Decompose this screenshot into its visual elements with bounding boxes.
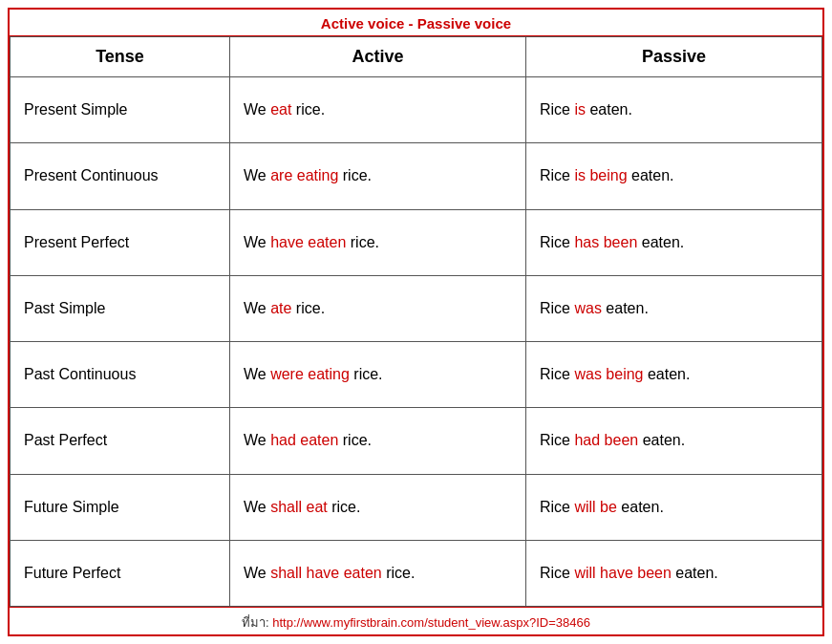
passive-prefix: Rice	[540, 101, 574, 118]
cell-active: We have eaten rice.	[230, 209, 526, 275]
cell-passive: Rice had been eaten.	[526, 408, 822, 474]
active-highlight: are eating	[270, 167, 338, 183]
passive-prefix: Rice	[540, 565, 574, 581]
table-row: Past ContinuousWe were eating rice.Rice …	[11, 342, 822, 408]
passive-prefix: Rice	[540, 234, 574, 250]
passive-highlight: will have been	[574, 565, 671, 581]
passive-highlight: is	[574, 101, 586, 118]
active-highlight: were eating	[270, 366, 350, 382]
cell-passive: Rice has been eaten.	[526, 209, 822, 275]
table-row: Future SimpleWe shall eat rice.Rice will…	[11, 474, 822, 540]
active-prefix: We	[244, 565, 270, 581]
cell-passive: Rice will be eaten.	[526, 474, 822, 540]
passive-highlight: is being	[574, 167, 627, 183]
cell-tense: Past Continuous	[11, 342, 230, 408]
header-passive: Passive	[526, 37, 822, 77]
active-highlight: ate	[270, 300, 291, 316]
passive-suffix: eaten.	[644, 366, 691, 382]
active-suffix: rice.	[338, 432, 372, 448]
active-highlight: shall eat	[270, 499, 328, 515]
cell-passive: Rice was eaten.	[526, 275, 822, 341]
cell-tense: Present Continuous	[11, 143, 230, 209]
table-row: Present ContinuousWe are eating rice.Ric…	[11, 143, 822, 209]
active-prefix: We	[244, 101, 270, 118]
passive-suffix: eaten.	[672, 565, 718, 581]
active-suffix: rice.	[291, 300, 325, 316]
cell-passive: Rice is eaten.	[526, 77, 822, 143]
passive-highlight: was being	[574, 366, 643, 382]
active-suffix: rice.	[382, 565, 416, 581]
grammar-table: Tense Active Passive Present SimpleWe ea…	[10, 36, 822, 607]
passive-suffix: eaten.	[602, 300, 649, 316]
passive-suffix: eaten.	[586, 101, 632, 118]
passive-highlight: was	[574, 300, 601, 316]
active-prefix: We	[244, 499, 270, 515]
header-active: Active	[230, 37, 526, 77]
table-row: Present PerfectWe have eaten rice.Rice h…	[11, 209, 822, 275]
cell-tense: Future Perfect	[11, 540, 230, 606]
cell-active: We were eating rice.	[230, 342, 526, 408]
table-row: Future PerfectWe shall have eaten rice.R…	[11, 540, 822, 606]
active-highlight: have eaten	[270, 234, 346, 250]
cell-passive: Rice is being eaten.	[526, 143, 822, 209]
footer-link[interactable]: http://www.myfirstbrain.com/student_view…	[272, 615, 590, 630]
page-wrapper: Active voice - Passive voice Tense Activ…	[0, 0, 832, 644]
cell-active: We shall have eaten rice.	[230, 540, 526, 606]
active-suffix: rice.	[328, 499, 361, 515]
cell-tense: Present Simple	[11, 77, 230, 143]
active-prefix: We	[244, 234, 270, 250]
passive-suffix: eaten.	[628, 167, 674, 183]
passive-prefix: Rice	[540, 167, 574, 183]
cell-passive: Rice was being eaten.	[526, 342, 822, 408]
table-row: Present SimpleWe eat rice.Rice is eaten.	[11, 77, 822, 143]
active-highlight: eat	[270, 101, 291, 118]
table-header-row: Tense Active Passive	[11, 37, 822, 77]
cell-tense: Past Perfect	[11, 408, 230, 474]
cell-tense: Present Perfect	[11, 209, 230, 275]
cell-active: We ate rice.	[230, 275, 526, 341]
footer-label: ที่มา:	[242, 615, 272, 630]
passive-highlight: had been	[574, 432, 638, 448]
cell-active: We eat rice.	[230, 77, 526, 143]
active-prefix: We	[244, 432, 270, 448]
footer: ที่มา: http://www.myfirstbrain.com/stude…	[10, 607, 822, 634]
outer-border: Active voice - Passive voice Tense Activ…	[8, 8, 824, 636]
active-highlight: had eaten	[270, 432, 338, 448]
active-suffix: rice.	[350, 366, 383, 382]
passive-highlight: has been	[574, 234, 637, 250]
passive-highlight: will be	[574, 499, 616, 515]
passive-suffix: eaten.	[638, 432, 685, 448]
passive-prefix: Rice	[540, 499, 574, 515]
title-bar: Active voice - Passive voice	[10, 10, 822, 36]
cell-active: We are eating rice.	[230, 143, 526, 209]
active-prefix: We	[244, 300, 270, 316]
page-title: Active voice - Passive voice	[321, 15, 511, 32]
table-row: Past PerfectWe had eaten rice.Rice had b…	[11, 408, 822, 474]
active-suffix: rice.	[291, 101, 325, 118]
cell-tense: Past Simple	[11, 275, 230, 341]
passive-prefix: Rice	[540, 366, 574, 382]
passive-suffix: eaten.	[637, 234, 684, 250]
active-suffix: rice.	[338, 167, 372, 183]
active-prefix: We	[244, 366, 270, 382]
cell-active: We shall eat rice.	[230, 474, 526, 540]
active-prefix: We	[244, 167, 270, 183]
passive-prefix: Rice	[540, 432, 574, 448]
header-tense: Tense	[11, 37, 230, 77]
passive-suffix: eaten.	[617, 499, 664, 515]
passive-prefix: Rice	[540, 300, 574, 316]
cell-passive: Rice will have been eaten.	[526, 540, 822, 606]
active-highlight: shall have eaten	[270, 565, 382, 581]
cell-active: We had eaten rice.	[230, 408, 526, 474]
active-suffix: rice.	[346, 234, 379, 250]
cell-tense: Future Simple	[11, 474, 230, 540]
table-row: Past SimpleWe ate rice.Rice was eaten.	[11, 275, 822, 341]
